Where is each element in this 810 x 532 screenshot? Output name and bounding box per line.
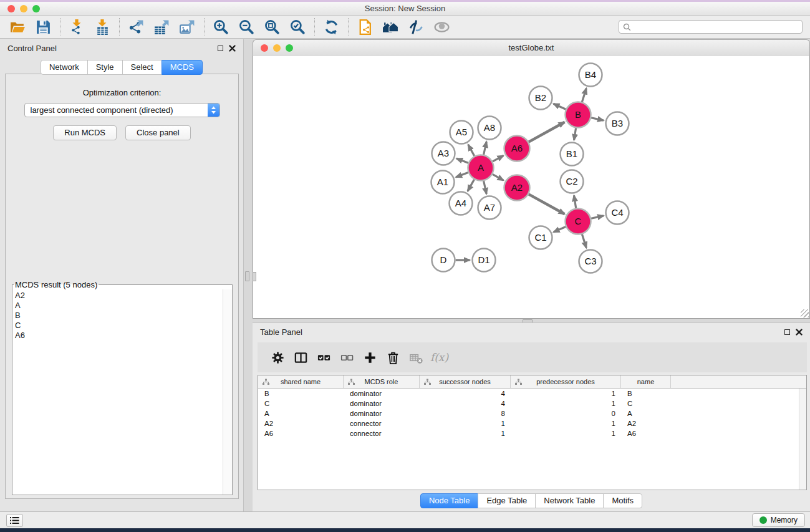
edge-A-A3[interactable] — [456, 158, 468, 163]
panel-splitter-handle[interactable] — [245, 271, 249, 281]
graph-node-A8[interactable]: A8 — [478, 117, 501, 140]
toggle-visibility-button[interactable] — [403, 17, 429, 37]
graph-node-B2[interactable]: B2 — [529, 87, 552, 110]
edge-B-B3[interactable] — [591, 118, 604, 120]
table-scrollbar[interactable] — [799, 389, 806, 490]
edge-C-C1[interactable] — [554, 227, 566, 233]
tab-mcds[interactable]: MCDS — [162, 60, 203, 75]
zoom-out-button[interactable] — [234, 17, 259, 37]
column-header-shared-name[interactable]: shared name — [258, 375, 344, 388]
result-scrollbar[interactable] — [223, 289, 232, 495]
graph-node-A5[interactable]: A5 — [450, 121, 473, 144]
import-network-button[interactable] — [64, 17, 90, 37]
zoom-window-button[interactable] — [32, 5, 40, 12]
delete-row-button[interactable] — [382, 347, 405, 368]
preview-eye-button[interactable] — [429, 17, 455, 37]
zoom-in-button[interactable] — [208, 17, 234, 37]
canvas-splitter-handle[interactable] — [253, 272, 256, 281]
edge-C-C4[interactable] — [591, 216, 604, 218]
column-header-name[interactable]: name — [621, 375, 671, 388]
export-image-button[interactable] — [175, 17, 200, 37]
save-session-button[interactable] — [31, 17, 56, 37]
table-tab-motifs[interactable]: Motifs — [603, 493, 642, 508]
tab-network[interactable]: Network — [41, 60, 88, 75]
column-header-predecessor-nodes[interactable]: predecessor nodes — [511, 375, 621, 388]
zoom-selected-button[interactable] — [285, 17, 311, 37]
table-tab-network-table[interactable]: Network Table — [535, 493, 604, 508]
table-row[interactable]: A6connector11A6 — [258, 428, 806, 438]
deselect-all-button[interactable] — [335, 347, 359, 368]
table-row[interactable]: Bdominator41B — [258, 389, 806, 399]
edge-A-A8[interactable] — [484, 142, 487, 155]
home-button[interactable] — [378, 17, 403, 37]
mcds-result-item[interactable]: B — [15, 311, 222, 321]
open-file-button[interactable] — [5, 17, 31, 37]
show-panels-button[interactable] — [6, 514, 23, 527]
edge-A-A6[interactable] — [493, 156, 503, 162]
edge-A-A4[interactable] — [468, 180, 475, 191]
refresh-button[interactable] — [319, 17, 344, 37]
zoom-fit-button[interactable] — [259, 17, 285, 37]
run-mcds-button[interactable]: Run MCDS — [53, 125, 117, 140]
close-table-panel-icon[interactable] — [796, 329, 803, 336]
network-minimize-button[interactable] — [273, 44, 281, 52]
graph-node-C[interactable]: C — [566, 209, 591, 235]
table-row[interactable]: Adominator80A — [258, 409, 806, 418]
network-graph-svg[interactable]: B4B2BB3A8A5A6A3B1AA1C2A2A4A7C4CC1C3DD1 — [253, 56, 809, 317]
graph-node-C3[interactable]: C3 — [579, 250, 602, 273]
graph-node-A[interactable]: A — [468, 155, 494, 181]
search-input[interactable] — [634, 22, 798, 31]
split-view-button[interactable] — [289, 347, 312, 368]
search-field[interactable] — [619, 20, 803, 34]
graph-node-B1[interactable]: B1 — [561, 143, 584, 166]
graph-node-A1[interactable]: A1 — [432, 171, 455, 194]
graph-node-B3[interactable]: B3 — [606, 112, 629, 135]
export-network-button[interactable] — [123, 17, 149, 37]
edge-A-A5[interactable] — [468, 145, 475, 156]
edge-C-C3[interactable] — [582, 235, 586, 248]
graph-node-B4[interactable]: B4 — [579, 64, 602, 87]
table-tab-node-table[interactable]: Node Table — [420, 493, 479, 508]
edge-A6-B[interactable] — [529, 122, 565, 142]
minimize-window-button[interactable] — [20, 5, 27, 12]
column-header-successor-nodes[interactable]: successor nodes — [420, 375, 511, 388]
mcds-result-item[interactable]: A — [15, 301, 222, 311]
table-settings-button[interactable] — [266, 347, 289, 368]
function-builder-button[interactable]: f(x) — [428, 347, 451, 368]
tab-style[interactable]: Style — [87, 60, 123, 75]
column-header-MCDS-role[interactable]: MCDS role — [344, 375, 420, 388]
edge-B-B1[interactable] — [574, 128, 576, 140]
criterion-select[interactable]: largest connected component (directed) — [24, 103, 220, 117]
close-panel-icon[interactable] — [229, 45, 236, 52]
mcds-result-item[interactable]: C — [15, 321, 222, 331]
mcds-result-item[interactable]: A2 — [15, 291, 222, 301]
graph-node-B[interactable]: B — [566, 102, 591, 128]
tab-select[interactable]: Select — [122, 60, 162, 75]
edge-B-B4[interactable] — [582, 89, 586, 102]
network-canvas[interactable]: B4B2BB3A8A5A6A3B1AA1C2A2A4A7C4CC1C3DD1 — [253, 56, 810, 319]
edge-A2-C[interactable] — [529, 194, 565, 214]
graph-node-C4[interactable]: C4 — [606, 201, 629, 225]
resize-grip-icon[interactable] — [801, 309, 809, 317]
graph-node-A7[interactable]: A7 — [478, 196, 501, 220]
import-table-button[interactable] — [90, 17, 115, 37]
select-all-button[interactable] — [312, 347, 335, 368]
graph-node-A3[interactable]: A3 — [432, 142, 455, 165]
network-zoom-button[interactable] — [286, 44, 293, 52]
graph-node-D[interactable]: D — [432, 249, 455, 272]
delete-table-button[interactable] — [405, 347, 428, 368]
close-window-button[interactable] — [7, 5, 15, 12]
graph-node-C1[interactable]: C1 — [529, 226, 552, 249]
graph-node-A4[interactable]: A4 — [450, 192, 473, 215]
table-tab-edge-table[interactable]: Edge Table — [478, 493, 536, 508]
float-panel-icon[interactable] — [218, 46, 223, 51]
table-row[interactable]: A2connector11A2 — [258, 418, 806, 428]
edge-A-A2[interactable] — [493, 174, 504, 180]
graph-node-A2[interactable]: A2 — [504, 175, 530, 201]
edge-C-C2[interactable] — [574, 195, 576, 208]
graph-node-D1[interactable]: D1 — [473, 249, 496, 272]
graph-node-A6[interactable]: A6 — [504, 136, 530, 162]
edge-B-B2[interactable] — [554, 104, 566, 109]
edge-A-A1[interactable] — [456, 173, 468, 178]
network-close-button[interactable] — [261, 44, 268, 52]
